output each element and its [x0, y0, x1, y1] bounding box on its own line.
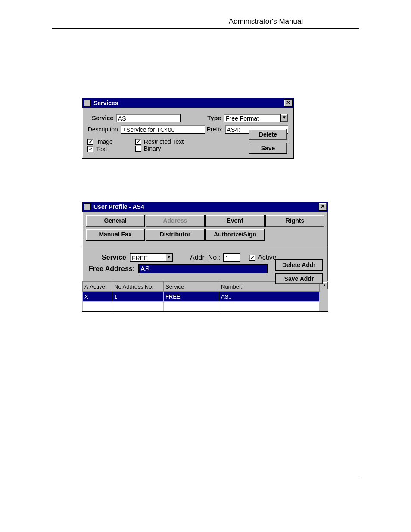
col-no[interactable]: No Address No. [112, 282, 164, 292]
type-select[interactable]: Free Format ▼ [224, 114, 288, 122]
tab-manual-fax[interactable]: Manual Fax [86, 229, 145, 241]
binary-checkbox[interactable]: Binary [135, 145, 161, 152]
cell-active: X [83, 292, 112, 302]
free-address-label: Free Address: [87, 265, 135, 273]
text-check-label: Text [96, 146, 107, 152]
service-label: Service [87, 115, 113, 121]
tab-general[interactable]: General [86, 215, 145, 227]
header-title: Administrator's Manual [229, 17, 303, 26]
profile-titlebar: User Profile - AS4 ✕ [82, 202, 328, 212]
text-checkbox[interactable]: ✔ Text [87, 146, 107, 152]
type-label: Type [204, 115, 221, 121]
checkbox-icon: ✔ [249, 255, 255, 261]
active-checkbox[interactable]: ✔ Active [249, 254, 277, 261]
profile-title: User Profile - AS4 [93, 203, 318, 210]
delete-button[interactable]: Delete [249, 129, 287, 140]
description-input[interactable]: +Service for TC400 [121, 125, 206, 134]
tab-authorize[interactable]: Authorize/Sign [206, 229, 265, 241]
delete-addr-button[interactable]: Delete Addr [275, 259, 323, 271]
footer-rule [52, 476, 359, 476]
tab-event[interactable]: Event [206, 215, 265, 227]
close-icon[interactable]: ✕ [284, 99, 293, 107]
app-icon [84, 100, 91, 106]
services-titlebar: Services ✕ [82, 98, 293, 108]
page-header: Administrator's Manual [52, 17, 359, 29]
addr-no-input[interactable]: 1 [223, 253, 240, 262]
addr-no-label: Addr. No.: [190, 254, 221, 261]
col-active[interactable]: A.Active [83, 282, 112, 292]
chevron-down-icon[interactable]: ▼ [165, 253, 173, 262]
checkbox-icon: ✔ [87, 139, 93, 145]
checkbox-icon: ✔ [135, 139, 141, 145]
save-button[interactable]: Save [249, 143, 287, 154]
binary-check-label: Binary [144, 145, 161, 152]
close-icon[interactable]: ✕ [318, 203, 327, 211]
checkbox-icon [135, 146, 141, 152]
cell-no: 1 [112, 292, 164, 302]
profile-service-label: Service [87, 254, 126, 261]
cell-service: FREE [164, 292, 219, 302]
app-icon [84, 203, 91, 210]
table-row[interactable]: X 1 FREE AS:, [83, 292, 320, 302]
tab-address[interactable]: Address [146, 215, 205, 227]
description-label: Description [87, 126, 118, 133]
prefix-label: Prefix [205, 126, 222, 133]
service-input[interactable]: AS [116, 114, 181, 122]
profile-service-select[interactable]: FREE ▼ [130, 253, 173, 262]
col-service[interactable]: Service [164, 282, 219, 292]
tab-rights[interactable]: Rights [265, 215, 324, 227]
services-window: Services ✕ Service AS Type Free Format ▼… [82, 98, 294, 159]
active-label: Active [258, 254, 277, 261]
image-checkbox[interactable]: ✔ Image [87, 138, 113, 145]
restricted-check-label: Restricted Text [144, 138, 184, 145]
cell-number: AS:, [219, 292, 320, 302]
chevron-down-icon[interactable]: ▼ [280, 114, 288, 122]
tab-distributor[interactable]: Distributor [146, 229, 205, 241]
type-value: Free Format [224, 114, 280, 122]
restricted-checkbox[interactable]: ✔ Restricted Text [135, 138, 184, 145]
free-address-input[interactable]: AS: [138, 264, 268, 273]
table-row[interactable] [83, 302, 320, 311]
services-title: Services [93, 100, 283, 106]
save-addr-button[interactable]: Save Addr [275, 273, 323, 284]
user-profile-window: User Profile - AS4 ✕ General Address Eve… [82, 202, 328, 312]
profile-service-value: FREE [130, 253, 165, 262]
checkbox-icon: ✔ [87, 146, 93, 152]
image-check-label: Image [96, 138, 113, 145]
profile-tabs: General Address Event Rights Manual Fax … [82, 212, 328, 246]
